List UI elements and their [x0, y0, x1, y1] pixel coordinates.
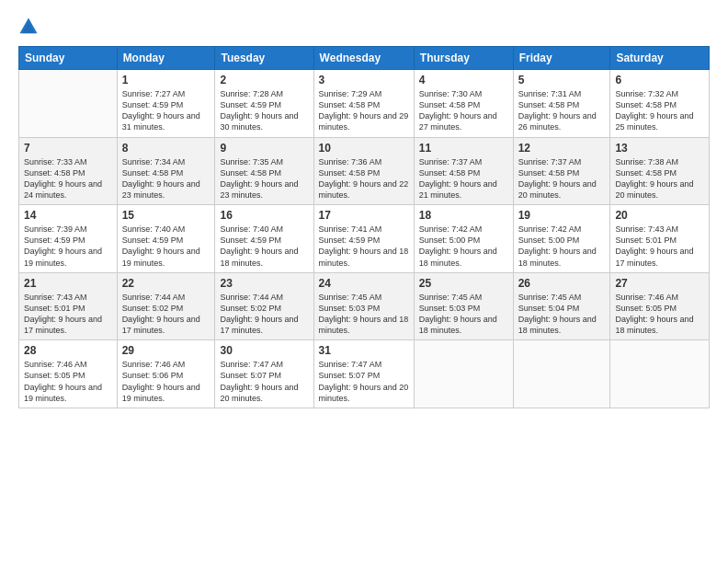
calendar-cell: 3Sunrise: 7:29 AMSunset: 4:58 PMDaylight… — [313, 70, 414, 138]
day-number: 21 — [24, 277, 112, 290]
day-info: Sunrise: 7:38 AMSunset: 4:58 PMDaylight:… — [615, 156, 704, 201]
day-number: 8 — [122, 142, 210, 155]
calendar-cell: 29Sunrise: 7:46 AMSunset: 5:06 PMDayligh… — [117, 340, 215, 408]
calendar-table: SundayMondayTuesdayWednesdayThursdayFrid… — [18, 46, 710, 408]
day-info: Sunrise: 7:29 AMSunset: 4:58 PMDaylight:… — [319, 88, 409, 133]
day-number: 22 — [122, 277, 210, 290]
day-info: Sunrise: 7:42 AMSunset: 5:00 PMDaylight:… — [419, 224, 508, 269]
day-info: Sunrise: 7:37 AMSunset: 4:58 PMDaylight:… — [419, 156, 508, 201]
day-number: 19 — [518, 209, 606, 222]
day-info: Sunrise: 7:40 AMSunset: 4:59 PMDaylight:… — [122, 224, 210, 269]
day-info: Sunrise: 7:46 AMSunset: 5:05 PMDaylight:… — [24, 359, 112, 404]
day-info: Sunrise: 7:45 AMSunset: 5:03 PMDaylight:… — [419, 292, 508, 337]
calendar-cell — [414, 340, 513, 408]
calendar-cell — [610, 340, 710, 408]
day-number: 25 — [419, 277, 508, 290]
day-info: Sunrise: 7:46 AMSunset: 5:05 PMDaylight:… — [615, 292, 704, 337]
calendar-cell: 13Sunrise: 7:38 AMSunset: 4:58 PMDayligh… — [610, 137, 710, 205]
day-info: Sunrise: 7:35 AMSunset: 4:58 PMDaylight:… — [220, 156, 308, 201]
calendar-header-saturday: Saturday — [610, 47, 710, 70]
calendar-cell: 12Sunrise: 7:37 AMSunset: 4:58 PMDayligh… — [513, 137, 610, 205]
calendar-cell: 10Sunrise: 7:36 AMSunset: 4:58 PMDayligh… — [313, 137, 414, 205]
day-number: 7 — [24, 142, 112, 155]
day-info: Sunrise: 7:33 AMSunset: 4:58 PMDaylight:… — [24, 156, 112, 201]
day-info: Sunrise: 7:28 AMSunset: 4:59 PMDaylight:… — [220, 88, 308, 133]
day-info: Sunrise: 7:47 AMSunset: 5:07 PMDaylight:… — [220, 359, 308, 404]
day-number: 23 — [220, 277, 308, 290]
day-number: 10 — [319, 142, 409, 155]
day-number: 16 — [220, 209, 308, 222]
calendar-cell — [19, 70, 118, 138]
day-number: 20 — [615, 209, 704, 222]
day-number: 1 — [122, 74, 210, 86]
day-info: Sunrise: 7:44 AMSunset: 5:02 PMDaylight:… — [122, 292, 210, 337]
calendar-week-5: 28Sunrise: 7:46 AMSunset: 5:05 PMDayligh… — [19, 340, 710, 408]
calendar-cell: 9Sunrise: 7:35 AMSunset: 4:58 PMDaylight… — [215, 137, 313, 205]
calendar-cell: 5Sunrise: 7:31 AMSunset: 4:58 PMDaylight… — [513, 70, 610, 138]
day-info: Sunrise: 7:30 AMSunset: 4:58 PMDaylight:… — [419, 88, 508, 133]
day-number: 30 — [220, 344, 308, 357]
day-number: 17 — [319, 209, 409, 222]
day-info: Sunrise: 7:45 AMSunset: 5:03 PMDaylight:… — [319, 292, 409, 337]
day-number: 28 — [24, 344, 112, 357]
day-number: 15 — [122, 209, 210, 222]
calendar-cell: 2Sunrise: 7:28 AMSunset: 4:59 PMDaylight… — [215, 70, 313, 138]
day-info: Sunrise: 7:41 AMSunset: 4:59 PMDaylight:… — [319, 224, 409, 269]
calendar-cell: 4Sunrise: 7:30 AMSunset: 4:58 PMDaylight… — [414, 70, 513, 138]
day-number: 3 — [319, 74, 409, 86]
calendar-header-sunday: Sunday — [19, 47, 118, 70]
day-number: 14 — [24, 209, 112, 222]
day-number: 29 — [122, 344, 210, 357]
calendar-cell: 31Sunrise: 7:47 AMSunset: 5:07 PMDayligh… — [313, 340, 414, 408]
day-info: Sunrise: 7:37 AMSunset: 4:58 PMDaylight:… — [518, 156, 606, 201]
day-info: Sunrise: 7:39 AMSunset: 4:59 PMDaylight:… — [24, 224, 112, 269]
day-info: Sunrise: 7:42 AMSunset: 5:00 PMDaylight:… — [518, 224, 606, 269]
calendar-cell: 20Sunrise: 7:43 AMSunset: 5:01 PMDayligh… — [610, 205, 710, 273]
calendar-week-2: 7Sunrise: 7:33 AMSunset: 4:58 PMDaylight… — [19, 137, 710, 205]
day-info: Sunrise: 7:31 AMSunset: 4:58 PMDaylight:… — [518, 88, 606, 133]
calendar-cell: 28Sunrise: 7:46 AMSunset: 5:05 PMDayligh… — [19, 340, 118, 408]
calendar-cell: 24Sunrise: 7:45 AMSunset: 5:03 PMDayligh… — [313, 272, 414, 340]
day-info: Sunrise: 7:45 AMSunset: 5:04 PMDaylight:… — [518, 292, 606, 337]
calendar-cell — [513, 340, 610, 408]
day-number: 12 — [518, 142, 606, 155]
calendar-cell: 30Sunrise: 7:47 AMSunset: 5:07 PMDayligh… — [215, 340, 313, 408]
day-info: Sunrise: 7:46 AMSunset: 5:06 PMDaylight:… — [122, 359, 210, 404]
calendar-cell: 18Sunrise: 7:42 AMSunset: 5:00 PMDayligh… — [414, 205, 513, 273]
calendar-cell: 6Sunrise: 7:32 AMSunset: 4:58 PMDaylight… — [610, 70, 710, 138]
day-info: Sunrise: 7:47 AMSunset: 5:07 PMDaylight:… — [319, 359, 409, 404]
day-info: Sunrise: 7:43 AMSunset: 5:01 PMDaylight:… — [615, 224, 704, 269]
header — [18, 17, 710, 37]
day-number: 9 — [220, 142, 308, 155]
day-number: 24 — [319, 277, 409, 290]
calendar-cell: 17Sunrise: 7:41 AMSunset: 4:59 PMDayligh… — [313, 205, 414, 273]
day-info: Sunrise: 7:32 AMSunset: 4:58 PMDaylight:… — [615, 88, 704, 133]
calendar-cell: 22Sunrise: 7:44 AMSunset: 5:02 PMDayligh… — [117, 272, 215, 340]
calendar-cell: 25Sunrise: 7:45 AMSunset: 5:03 PMDayligh… — [414, 272, 513, 340]
day-number: 13 — [615, 142, 704, 155]
day-number: 5 — [518, 74, 606, 86]
calendar-cell: 14Sunrise: 7:39 AMSunset: 4:59 PMDayligh… — [19, 205, 118, 273]
calendar-cell: 1Sunrise: 7:27 AMSunset: 4:59 PMDaylight… — [117, 70, 215, 138]
calendar-cell: 16Sunrise: 7:40 AMSunset: 4:59 PMDayligh… — [215, 205, 313, 273]
calendar-cell: 27Sunrise: 7:46 AMSunset: 5:05 PMDayligh… — [610, 272, 710, 340]
day-number: 18 — [419, 209, 508, 222]
day-number: 26 — [518, 277, 606, 290]
calendar-cell: 23Sunrise: 7:44 AMSunset: 5:02 PMDayligh… — [215, 272, 313, 340]
calendar-week-4: 21Sunrise: 7:43 AMSunset: 5:01 PMDayligh… — [19, 272, 710, 340]
day-number: 11 — [419, 142, 508, 155]
calendar-cell: 15Sunrise: 7:40 AMSunset: 4:59 PMDayligh… — [117, 205, 215, 273]
calendar-header-tuesday: Tuesday — [215, 47, 313, 70]
calendar-cell: 21Sunrise: 7:43 AMSunset: 5:01 PMDayligh… — [19, 272, 118, 340]
calendar-week-1: 1Sunrise: 7:27 AMSunset: 4:59 PMDaylight… — [19, 70, 710, 138]
day-number: 4 — [419, 74, 508, 86]
day-number: 27 — [615, 277, 704, 290]
day-number: 2 — [220, 74, 308, 86]
calendar-header-wednesday: Wednesday — [313, 47, 414, 70]
calendar-cell: 8Sunrise: 7:34 AMSunset: 4:58 PMDaylight… — [117, 137, 215, 205]
day-info: Sunrise: 7:27 AMSunset: 4:59 PMDaylight:… — [122, 88, 210, 133]
calendar-week-3: 14Sunrise: 7:39 AMSunset: 4:59 PMDayligh… — [19, 205, 710, 273]
calendar-header-row: SundayMondayTuesdayWednesdayThursdayFrid… — [19, 47, 710, 70]
day-info: Sunrise: 7:40 AMSunset: 4:59 PMDaylight:… — [220, 224, 308, 269]
logo — [18, 17, 42, 37]
